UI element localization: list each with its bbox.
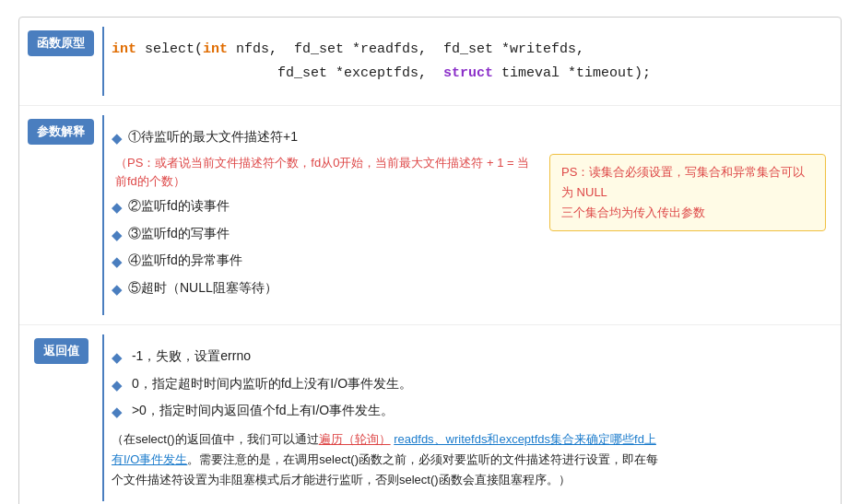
main-card: 函数原型 int select(int nfds, fd_set *readfd… — [18, 17, 842, 504]
param-item-3: ◆ ③监听fd的写事件 — [112, 223, 535, 247]
param-item-2: ◆ ②监听fd的读事件 — [112, 195, 535, 219]
params-content: ◆ ①待监听的最大文件描述符+1 （PS：或者说当前文件描述符个数，fd从0开始… — [102, 115, 841, 315]
return-item-2: ◆ 0，指定超时时间内监听的fd上没有I/O事件发生。 — [112, 373, 826, 397]
keyword-int: int — [112, 41, 136, 57]
returns-label-col: 返回值 — [19, 325, 102, 377]
return-text-2: 0，指定超时时间内监听的fd上没有I/O事件发生。 — [128, 373, 412, 395]
note-highlight-fds: readfds、writefds和exceptfds集合来确定哪些fd上 — [394, 432, 656, 446]
note-highlight-fds2: 有I/O事件发生 — [112, 452, 187, 466]
prototype-label-col: 函数原型 — [19, 18, 102, 69]
params-section: 参数解释 ◆ ①待监听的最大文件描述符+1 （PS：或者说当前文件描述符个数，f… — [19, 106, 841, 325]
prototype-label: 函数原型 — [28, 30, 94, 56]
bullet-4: ◆ — [112, 250, 123, 274]
proto-text2: nfds, fd_set *readfds, fd_set *writefds, — [228, 41, 584, 57]
params-left: ◆ ①待监听的最大文件描述符+1 （PS：或者说当前文件描述符个数，fd从0开始… — [112, 126, 535, 304]
prototype-section: 函数原型 int select(int nfds, fd_set *readfd… — [19, 18, 841, 106]
param-text-3: ③监听fd的写事件 — [128, 223, 230, 245]
param-text-1: ①待监听的最大文件描述符+1 — [128, 126, 298, 148]
param-text-5: ⑤超时（NULL阻塞等待） — [128, 277, 277, 299]
param-item-5: ◆ ⑤超时（NULL阻塞等待） — [112, 277, 535, 301]
params-grid: ◆ ①待监听的最大文件描述符+1 （PS：或者说当前文件描述符个数，fd从0开始… — [112, 126, 826, 304]
param-note-1: （PS：或者说当前文件描述符个数，fd从0开始，当前最大文件描述符 + 1 = … — [115, 154, 535, 193]
prototype-line1: int select(int nfds, fd_set *readfds, fd… — [112, 38, 826, 62]
returns-section: 返回值 ◆ -1，失败，设置errno ◆ 0，指定超时时间内监听的fd上没有I… — [19, 325, 841, 504]
proto-text1: select( — [145, 41, 203, 57]
return-item-3: ◆ >0，指定时间内返回值个fd上有I/O事件发生。 — [112, 400, 826, 424]
prototype-line2: fd_set *exceptfds, struct timeval *timeo… — [112, 62, 826, 86]
return-bullet-1: ◆ — [112, 346, 123, 369]
return-note: （在select()的返回值中，我们可以通过遍历（轮询） readfds、wri… — [112, 429, 826, 490]
bullet-5: ◆ — [112, 277, 123, 301]
bullet-1: ◆ — [112, 126, 123, 150]
prototype-content: int select(int nfds, fd_set *readfds, fd… — [102, 27, 841, 96]
keyword-struct: struct — [443, 65, 493, 81]
bullet-2: ◆ — [112, 195, 123, 219]
return-bullet-3: ◆ — [112, 400, 123, 424]
returns-label: 返回值 — [34, 338, 88, 364]
param-note-highlight: 当前最大文件描述符 + 1 = 当前fd的个数 — [115, 156, 529, 189]
param-item-4: ◆ ④监听fd的异常事件 — [112, 250, 535, 274]
param-item-1: ◆ ①待监听的最大文件描述符+1 — [112, 126, 535, 150]
note-highlight-traverse: 遍历（轮询） — [319, 432, 391, 446]
return-text-1: -1，失败，设置errno — [128, 346, 251, 368]
return-item-1: ◆ -1，失败，设置errno — [112, 346, 826, 369]
returns-content: ◆ -1，失败，设置errno ◆ 0，指定超时时间内监听的fd上没有I/O事件… — [102, 334, 841, 501]
proto-text3: timeval *timeout); — [493, 65, 651, 81]
param-text-2: ②监听fd的读事件 — [128, 195, 230, 217]
bullet-3: ◆ — [112, 223, 123, 247]
params-note-line1: PS：读集合必须设置，写集合和异常集合可以为 NULL — [561, 162, 814, 203]
return-text-3: >0，指定时间内返回值个fd上有I/O事件发生。 — [128, 400, 394, 422]
keyword-int2: int — [203, 41, 228, 57]
params-note-box: PS：读集合必须设置，写集合和异常集合可以为 NULL 三个集合均为传入传出参数 — [549, 154, 826, 231]
params-note-line2: 三个集合均为传入传出参数 — [561, 203, 814, 223]
proto-indent: fd_set *exceptfds, — [112, 65, 443, 81]
params-label: 参数解释 — [28, 119, 94, 145]
param-text-4: ④监听fd的异常事件 — [128, 250, 242, 272]
params-label-col: 参数解释 — [19, 106, 102, 158]
return-bullet-2: ◆ — [112, 373, 123, 397]
